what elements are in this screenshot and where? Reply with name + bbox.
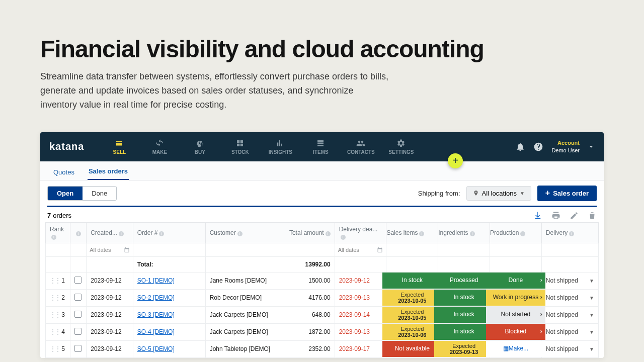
status-chip[interactable]: Not started› <box>486 307 545 323</box>
status-chip[interactable]: Expected2023-09-13 <box>434 341 494 357</box>
app-window: katana SELLMAKEBUYSTOCKINSIGHTSITEMSCONT… <box>40 132 604 358</box>
cell-amount: 4176.00 <box>283 289 335 306</box>
nav-insights[interactable]: INSIGHTS <box>260 132 300 161</box>
top-nav: katana SELLMAKEBUYSTOCKINSIGHTSITEMSCONT… <box>40 132 604 161</box>
cell-deadline: 2023-09-17 <box>335 340 386 357</box>
segment-done[interactable]: Done <box>83 187 116 200</box>
shipping-from-label: Shipping from: <box>418 190 460 197</box>
row-checkbox[interactable] <box>74 328 82 335</box>
cell-deadline: 2023-09-13 <box>335 323 386 340</box>
cell-customer: Jack Carpets [DEMO] <box>205 323 283 340</box>
cell-customer: Jane Rooms [DEMO] <box>205 272 283 289</box>
orders-table: Ranki i Created...i Order #i Customeri T… <box>45 222 599 358</box>
cell-deadline: 2023-09-14 <box>335 306 386 323</box>
print-icon[interactable] <box>551 211 560 220</box>
status-chip[interactable]: Work in progress› <box>486 290 545 306</box>
nav-buy[interactable]: BUY <box>180 132 220 161</box>
row-checkbox[interactable] <box>74 277 82 284</box>
table-row: ⋮⋮ 42023-09-12SO-4 [DEMO]Jack Carpets [D… <box>46 323 599 340</box>
filter-customer[interactable] <box>209 245 280 254</box>
location-selector[interactable]: All locations ▼ <box>466 186 531 201</box>
order-link[interactable]: SO-1 [DEMO] <box>137 277 175 284</box>
nav-make[interactable]: MAKE <box>139 132 180 161</box>
table-row: ⋮⋮ 12023-09-12SO-1 [DEMO]Jane Rooms [DEM… <box>46 272 599 289</box>
calendar-icon[interactable] <box>124 247 130 253</box>
order-link[interactable]: SO-2 [DEMO] <box>137 294 175 301</box>
order-link[interactable]: SO-4 [DEMO] <box>137 328 175 335</box>
new-sales-order-button[interactable]: + Sales order <box>537 186 597 201</box>
calendar-icon[interactable] <box>377 247 383 253</box>
pin-icon <box>473 190 479 196</box>
row-checkbox[interactable] <box>74 294 82 301</box>
drag-handle-icon[interactable]: ⋮⋮ <box>50 294 60 301</box>
chevron-down-icon[interactable] <box>588 142 595 152</box>
row-checkbox[interactable] <box>74 311 82 318</box>
bell-icon[interactable] <box>515 142 525 152</box>
cell-created: 2023-09-12 <box>87 272 133 289</box>
total-label: Total: <box>133 256 205 272</box>
status-chip[interactable]: Blocked› <box>486 324 545 340</box>
cell-deadline: 2023-09-13 <box>335 289 386 306</box>
order-link[interactable]: SO-5 [DEMO] <box>137 345 175 352</box>
delivery-status[interactable]: Not shipped▼ <box>546 328 594 335</box>
filter-order[interactable] <box>136 245 202 254</box>
tab-quotes[interactable]: Quotes <box>52 163 75 180</box>
page-subtitle: Streamline data transfer between systems… <box>40 70 392 112</box>
cell-customer: Jack Carpets [DEMO] <box>205 306 283 323</box>
table-row: ⋮⋮ 22023-09-12SO-2 [DEMO]Rob Decor [DEMO… <box>46 289 599 306</box>
row-checkbox[interactable] <box>74 345 82 352</box>
delivery-status[interactable]: Not shipped▼ <box>546 311 594 318</box>
status-chip[interactable]: In stock <box>434 307 494 323</box>
delivery-status[interactable]: Not shipped▼ <box>546 294 594 301</box>
nav-settings[interactable]: SETTINGS <box>381 132 421 161</box>
cell-created: 2023-09-12 <box>87 289 133 306</box>
status-chip[interactable]: Not available <box>382 341 442 357</box>
nav-stock[interactable]: STOCK <box>220 132 260 161</box>
orders-label: orders <box>53 212 71 219</box>
drag-handle-icon[interactable]: ⋮⋮ <box>50 345 60 352</box>
orders-count: 7 <box>47 212 51 219</box>
delivery-status[interactable]: Not shipped▼ <box>546 277 594 284</box>
cell-amount: 1500.00 <box>283 272 335 289</box>
cell-created: 2023-09-12 <box>87 306 133 323</box>
status-chip[interactable]: In stock <box>434 290 494 306</box>
drag-handle-icon[interactable]: ⋮⋮ <box>50 311 60 318</box>
table-row: ⋮⋮ 52023-09-12SO-5 [DEMO]John Tabletop [… <box>46 340 599 357</box>
edit-icon[interactable] <box>570 211 579 220</box>
cell-customer: John Tabletop [DEMO] <box>205 340 283 357</box>
status-chip[interactable]: Done› <box>486 273 545 289</box>
cell-amount: 1872.00 <box>283 323 335 340</box>
cell-created: 2023-09-12 <box>87 340 133 357</box>
delete-icon[interactable] <box>588 211 597 220</box>
download-icon[interactable] <box>533 211 542 220</box>
status-chip[interactable]: ▦ Make... <box>486 341 545 357</box>
status-chip[interactable]: Expected2023-10-05 <box>382 307 442 323</box>
delivery-status[interactable]: Not shipped▼ <box>546 345 594 352</box>
status-chip[interactable]: Processed <box>434 273 494 289</box>
filter-amount[interactable] <box>286 245 332 254</box>
cell-deadline: 2023-09-12 <box>335 272 386 289</box>
segment-open[interactable]: Open <box>48 187 83 200</box>
brand-logo[interactable]: katana <box>49 141 84 152</box>
help-icon[interactable] <box>533 142 543 152</box>
drag-handle-icon[interactable]: ⋮⋮ <box>50 328 60 335</box>
nav-items[interactable]: ITEMS <box>300 132 341 161</box>
status-chip[interactable]: Expected2023-10-05 <box>382 290 442 306</box>
cell-created: 2023-09-12 <box>87 323 133 340</box>
nav-sell[interactable]: SELL <box>99 132 139 161</box>
status-chip[interactable]: In stock <box>434 324 494 340</box>
status-chip[interactable]: In stock <box>382 273 442 289</box>
table-row: ⋮⋮ 32023-09-12SO-3 [DEMO]Jack Carpets [D… <box>46 306 599 323</box>
drag-handle-icon[interactable]: ⋮⋮ <box>50 277 60 284</box>
account-menu[interactable]: AccountDemo User <box>551 139 580 154</box>
add-fab-button[interactable]: + <box>448 153 463 168</box>
page-title: Financial visibility and cloud accountin… <box>40 35 604 63</box>
status-chip[interactable]: Expected2023-10-06 <box>382 324 442 340</box>
caret-down-icon: ▼ <box>520 191 525 196</box>
cell-amount: 2352.00 <box>283 340 335 357</box>
total-value: 13992.00 <box>283 256 335 272</box>
nav-contacts[interactable]: CONTACTS <box>341 132 381 161</box>
tab-sales-orders[interactable]: Sales orders <box>88 162 129 180</box>
cell-amount: 648.00 <box>283 306 335 323</box>
order-link[interactable]: SO-3 [DEMO] <box>137 311 175 318</box>
